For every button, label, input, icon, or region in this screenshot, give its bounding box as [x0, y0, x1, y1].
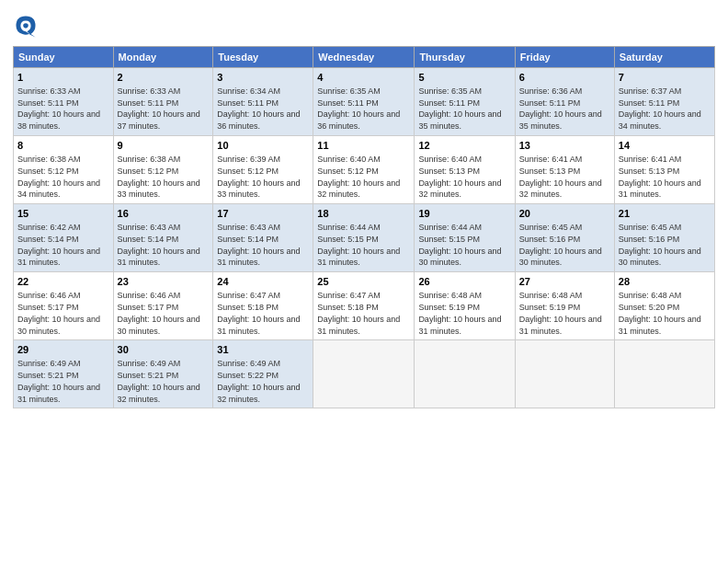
calendar-cell: 5Sunrise: 6:35 AMSunset: 5:11 PMDaylight…: [415, 68, 515, 136]
day-detail: Sunrise: 6:49 AMSunset: 5:22 PMDaylight:…: [217, 359, 300, 403]
day-number: 2: [118, 71, 210, 85]
day-number: 24: [217, 275, 309, 289]
day-detail: Sunrise: 6:41 AMSunset: 5:13 PMDaylight:…: [519, 155, 602, 199]
calendar-week-1: 1Sunrise: 6:33 AMSunset: 5:11 PMDaylight…: [14, 68, 715, 136]
calendar-cell: 26Sunrise: 6:48 AMSunset: 5:19 PMDayligh…: [415, 272, 515, 340]
day-detail: Sunrise: 6:34 AMSunset: 5:11 PMDaylight:…: [217, 86, 300, 131]
calendar-cell: 6Sunrise: 6:36 AMSunset: 5:11 PMDaylight…: [515, 68, 614, 136]
day-number: 14: [619, 139, 711, 153]
calendar-cell: 18Sunrise: 6:44 AMSunset: 5:15 PMDayligh…: [313, 204, 415, 272]
logo: [13, 13, 42, 39]
calendar-cell: 16Sunrise: 6:43 AMSunset: 5:14 PMDayligh…: [113, 204, 213, 272]
calendar-table: SundayMondayTuesdayWednesdayThursdayFrid…: [13, 46, 715, 408]
calendar-cell: [515, 340, 614, 408]
day-detail: Sunrise: 6:49 AMSunset: 5:21 PMDaylight:…: [17, 359, 100, 403]
calendar-cell: 13Sunrise: 6:41 AMSunset: 5:13 PMDayligh…: [515, 136, 614, 204]
calendar-cell: 30Sunrise: 6:49 AMSunset: 5:21 PMDayligh…: [113, 340, 213, 408]
day-detail: Sunrise: 6:48 AMSunset: 5:20 PMDaylight:…: [619, 291, 701, 335]
day-detail: Sunrise: 6:33 AMSunset: 5:11 PMDaylight:…: [118, 86, 200, 131]
calendar-cell: 9Sunrise: 6:38 AMSunset: 5:12 PMDaylight…: [113, 136, 213, 204]
day-number: 21: [619, 207, 711, 221]
day-number: 1: [17, 71, 109, 85]
day-number: 7: [619, 71, 711, 85]
calendar-cell: 27Sunrise: 6:48 AMSunset: 5:19 PMDayligh…: [515, 272, 614, 340]
day-detail: Sunrise: 6:46 AMSunset: 5:17 PMDaylight:…: [17, 291, 100, 335]
calendar-cell: 23Sunrise: 6:46 AMSunset: 5:17 PMDayligh…: [113, 272, 213, 340]
day-detail: Sunrise: 6:38 AMSunset: 5:12 PMDaylight:…: [118, 155, 200, 199]
day-detail: Sunrise: 6:37 AMSunset: 5:11 PMDaylight:…: [619, 86, 701, 131]
calendar-cell: 8Sunrise: 6:38 AMSunset: 5:12 PMDaylight…: [14, 136, 114, 204]
day-detail: Sunrise: 6:46 AMSunset: 5:17 PMDaylight:…: [118, 291, 200, 335]
calendar-cell: 29Sunrise: 6:49 AMSunset: 5:21 PMDayligh…: [14, 340, 114, 408]
calendar-cell: 25Sunrise: 6:47 AMSunset: 5:18 PMDayligh…: [313, 272, 415, 340]
calendar-header-monday: Monday: [113, 47, 213, 68]
day-number: 31: [217, 343, 309, 357]
day-number: 19: [418, 207, 510, 221]
day-detail: Sunrise: 6:38 AMSunset: 5:12 PMDaylight:…: [17, 155, 100, 199]
calendar-cell: 10Sunrise: 6:39 AMSunset: 5:12 PMDayligh…: [213, 136, 313, 204]
day-number: 12: [418, 139, 510, 153]
day-detail: Sunrise: 6:40 AMSunset: 5:13 PMDaylight:…: [418, 155, 501, 199]
calendar-header-tuesday: Tuesday: [213, 47, 313, 68]
calendar-cell: 7Sunrise: 6:37 AMSunset: 5:11 PMDaylight…: [614, 68, 714, 136]
calendar-cell: 28Sunrise: 6:48 AMSunset: 5:20 PMDayligh…: [614, 272, 714, 340]
calendar-cell: 3Sunrise: 6:34 AMSunset: 5:11 PMDaylight…: [213, 68, 313, 136]
calendar-header-row: SundayMondayTuesdayWednesdayThursdayFrid…: [14, 47, 715, 68]
calendar-header-friday: Friday: [515, 47, 614, 68]
calendar-header-sunday: Sunday: [14, 47, 114, 68]
day-detail: Sunrise: 6:44 AMSunset: 5:15 PMDaylight:…: [418, 223, 501, 267]
day-detail: Sunrise: 6:48 AMSunset: 5:19 PMDaylight:…: [418, 291, 501, 335]
calendar-header-wednesday: Wednesday: [313, 47, 415, 68]
day-detail: Sunrise: 6:42 AMSunset: 5:14 PMDaylight:…: [17, 223, 100, 267]
day-number: 17: [217, 207, 309, 221]
calendar-cell: 24Sunrise: 6:47 AMSunset: 5:18 PMDayligh…: [213, 272, 313, 340]
calendar-cell: 19Sunrise: 6:44 AMSunset: 5:15 PMDayligh…: [415, 204, 515, 272]
calendar-cell: 1Sunrise: 6:33 AMSunset: 5:11 PMDaylight…: [14, 68, 114, 136]
day-detail: Sunrise: 6:47 AMSunset: 5:18 PMDaylight:…: [317, 291, 400, 335]
day-number: 26: [418, 275, 510, 289]
day-detail: Sunrise: 6:43 AMSunset: 5:14 PMDaylight:…: [217, 223, 300, 267]
calendar-header-thursday: Thursday: [415, 47, 515, 68]
day-number: 6: [519, 71, 610, 85]
day-detail: Sunrise: 6:44 AMSunset: 5:15 PMDaylight:…: [317, 223, 400, 267]
calendar-cell: 11Sunrise: 6:40 AMSunset: 5:12 PMDayligh…: [313, 136, 415, 204]
day-number: 29: [17, 343, 109, 357]
calendar-week-3: 15Sunrise: 6:42 AMSunset: 5:14 PMDayligh…: [14, 204, 715, 272]
day-number: 20: [519, 207, 610, 221]
calendar-cell: 15Sunrise: 6:42 AMSunset: 5:14 PMDayligh…: [14, 204, 114, 272]
day-detail: Sunrise: 6:45 AMSunset: 5:16 PMDaylight:…: [519, 223, 602, 267]
day-detail: Sunrise: 6:45 AMSunset: 5:16 PMDaylight:…: [619, 223, 701, 267]
calendar-cell: 31Sunrise: 6:49 AMSunset: 5:22 PMDayligh…: [213, 340, 313, 408]
day-number: 8: [17, 139, 109, 153]
day-number: 4: [317, 71, 410, 85]
day-detail: Sunrise: 6:43 AMSunset: 5:14 PMDaylight:…: [118, 223, 200, 267]
day-number: 13: [519, 139, 610, 153]
calendar-cell: 12Sunrise: 6:40 AMSunset: 5:13 PMDayligh…: [415, 136, 515, 204]
day-number: 27: [519, 275, 610, 289]
day-number: 22: [17, 275, 109, 289]
day-detail: Sunrise: 6:39 AMSunset: 5:12 PMDaylight:…: [217, 155, 300, 199]
day-number: 11: [317, 139, 410, 153]
calendar-cell: 22Sunrise: 6:46 AMSunset: 5:17 PMDayligh…: [14, 272, 114, 340]
header: [13, 9, 715, 39]
calendar-cell: 14Sunrise: 6:41 AMSunset: 5:13 PMDayligh…: [614, 136, 714, 204]
day-number: 3: [217, 71, 309, 85]
day-detail: Sunrise: 6:40 AMSunset: 5:12 PMDaylight:…: [317, 155, 400, 199]
calendar-week-2: 8Sunrise: 6:38 AMSunset: 5:12 PMDaylight…: [14, 136, 715, 204]
day-number: 28: [619, 275, 711, 289]
day-detail: Sunrise: 6:41 AMSunset: 5:13 PMDaylight:…: [619, 155, 701, 199]
logo-icon: [13, 13, 39, 39]
day-detail: Sunrise: 6:35 AMSunset: 5:11 PMDaylight:…: [418, 86, 501, 131]
day-number: 16: [118, 207, 210, 221]
day-detail: Sunrise: 6:47 AMSunset: 5:18 PMDaylight:…: [217, 291, 300, 335]
day-number: 25: [317, 275, 410, 289]
calendar-cell: 20Sunrise: 6:45 AMSunset: 5:16 PMDayligh…: [515, 204, 614, 272]
calendar-cell: 4Sunrise: 6:35 AMSunset: 5:11 PMDaylight…: [313, 68, 415, 136]
day-number: 10: [217, 139, 309, 153]
day-number: 5: [418, 71, 510, 85]
calendar-cell: [614, 340, 714, 408]
calendar-cell: [313, 340, 415, 408]
day-detail: Sunrise: 6:49 AMSunset: 5:21 PMDaylight:…: [118, 359, 200, 403]
calendar-cell: [415, 340, 515, 408]
day-number: 30: [118, 343, 210, 357]
